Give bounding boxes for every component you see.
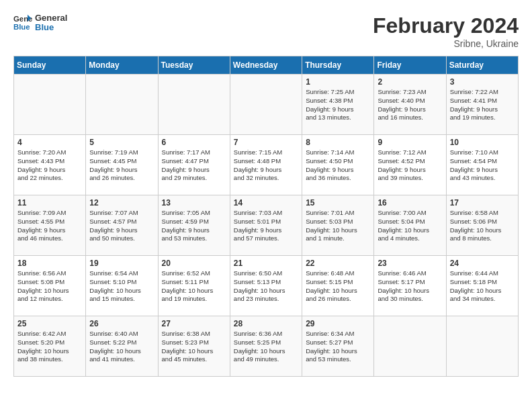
day-info: Sunrise: 6:50 AM Sunset: 5:13 PM Dayligh… [234,269,298,304]
day-info: Sunrise: 6:52 AM Sunset: 5:11 PM Dayligh… [162,269,226,304]
day-number: 17 [450,198,515,208]
page-header: General Blue General Blue February 2024 … [13,13,519,49]
calendar-cell: 3Sunrise: 7:22 AM Sunset: 4:41 PM Daylig… [446,75,518,135]
day-info: Sunrise: 7:10 AM Sunset: 4:54 PM Dayligh… [450,148,515,183]
calendar-cell: 19Sunrise: 6:54 AM Sunset: 5:10 PM Dayli… [86,256,158,316]
logo-line2: Blue [35,23,67,32]
day-info: Sunrise: 6:44 AM Sunset: 5:18 PM Dayligh… [450,269,515,304]
calendar-cell [446,316,518,377]
day-info: Sunrise: 7:07 AM Sunset: 4:57 PM Dayligh… [89,209,154,243]
calendar-cell: 29Sunrise: 6:34 AM Sunset: 5:27 PM Dayli… [302,316,374,377]
day-info: Sunrise: 7:22 AM Sunset: 4:41 PM Dayligh… [450,88,515,122]
day-info: Sunrise: 7:01 AM Sunset: 5:03 PM Dayligh… [306,209,370,243]
day-number: 18 [17,259,82,268]
calendar-cell: 9Sunrise: 7:12 AM Sunset: 4:52 PM Daylig… [374,135,446,195]
calendar-cell: 10Sunrise: 7:10 AM Sunset: 4:54 PM Dayli… [446,135,518,195]
calendar-cell: 22Sunrise: 6:48 AM Sunset: 5:15 PM Dayli… [302,256,374,316]
logo-line1: General [35,13,67,23]
page-title: February 2024 [373,13,519,38]
day-info: Sunrise: 7:15 AM Sunset: 4:48 PM Dayligh… [234,148,298,183]
calendar-cell: 28Sunrise: 6:36 AM Sunset: 5:25 PM Dayli… [230,316,302,377]
day-number: 10 [450,138,515,147]
calendar-cell: 11Sunrise: 7:09 AM Sunset: 4:55 PM Dayli… [14,195,86,256]
day-info: Sunrise: 7:23 AM Sunset: 4:40 PM Dayligh… [378,88,442,122]
day-info: Sunrise: 6:56 AM Sunset: 5:08 PM Dayligh… [17,269,82,304]
day-number: 22 [306,259,370,268]
header-day: Friday [374,56,446,75]
calendar-cell: 25Sunrise: 6:42 AM Sunset: 5:20 PM Dayli… [14,316,86,377]
day-number: 5 [89,138,154,147]
calendar-cell [14,75,86,135]
day-number: 2 [378,77,442,87]
day-number: 27 [162,319,226,328]
calendar-cell: 12Sunrise: 7:07 AM Sunset: 4:57 PM Dayli… [86,195,158,256]
day-number: 21 [234,259,298,268]
day-number: 16 [378,198,442,208]
calendar-cell: 8Sunrise: 7:14 AM Sunset: 4:50 PM Daylig… [302,135,374,195]
day-number: 4 [17,138,82,147]
calendar-cell: 27Sunrise: 6:38 AM Sunset: 5:23 PM Dayli… [158,316,230,377]
calendar-body: 1Sunrise: 7:25 AM Sunset: 4:38 PM Daylig… [14,75,519,377]
calendar-cell: 24Sunrise: 6:44 AM Sunset: 5:18 PM Dayli… [446,256,518,316]
day-info: Sunrise: 6:46 AM Sunset: 5:17 PM Dayligh… [378,269,442,304]
day-number: 8 [306,138,370,147]
calendar-cell: 2Sunrise: 7:23 AM Sunset: 4:40 PM Daylig… [374,75,446,135]
day-info: Sunrise: 6:42 AM Sunset: 5:20 PM Dayligh… [17,330,82,364]
calendar-cell: 17Sunrise: 6:58 AM Sunset: 5:06 PM Dayli… [446,195,518,256]
day-info: Sunrise: 7:19 AM Sunset: 4:45 PM Dayligh… [89,148,154,183]
day-number: 12 [89,198,154,208]
header-day: Sunday [14,56,86,75]
calendar-cell: 6Sunrise: 7:17 AM Sunset: 4:47 PM Daylig… [158,135,230,195]
calendar-week-row: 25Sunrise: 6:42 AM Sunset: 5:20 PM Dayli… [14,316,519,377]
day-number: 1 [306,77,370,87]
header-day: Tuesday [158,56,230,75]
day-number: 28 [234,319,298,328]
calendar-table: SundayMondayTuesdayWednesdayThursdayFrid… [13,56,519,377]
day-number: 14 [234,198,298,208]
day-info: Sunrise: 7:20 AM Sunset: 4:43 PM Dayligh… [17,148,82,183]
day-number: 20 [162,259,226,268]
logo: General Blue General Blue [13,13,67,33]
calendar-cell: 14Sunrise: 7:03 AM Sunset: 5:01 PM Dayli… [230,195,302,256]
header-day: Saturday [446,56,518,75]
day-info: Sunrise: 7:25 AM Sunset: 4:38 PM Dayligh… [306,88,370,122]
day-number: 15 [306,198,370,208]
day-info: Sunrise: 7:17 AM Sunset: 4:47 PM Dayligh… [162,148,226,183]
day-number: 23 [378,259,442,268]
calendar-cell: 5Sunrise: 7:19 AM Sunset: 4:45 PM Daylig… [86,135,158,195]
calendar-week-row: 18Sunrise: 6:56 AM Sunset: 5:08 PM Dayli… [14,256,519,316]
calendar-cell [86,75,158,135]
day-info: Sunrise: 7:05 AM Sunset: 4:59 PM Dayligh… [162,209,226,243]
logo-icon: General Blue [13,13,32,32]
day-info: Sunrise: 6:34 AM Sunset: 5:27 PM Dayligh… [306,330,370,364]
day-info: Sunrise: 6:48 AM Sunset: 5:15 PM Dayligh… [306,269,370,304]
calendar-week-row: 1Sunrise: 7:25 AM Sunset: 4:38 PM Daylig… [14,75,519,135]
calendar-cell: 13Sunrise: 7:05 AM Sunset: 4:59 PM Dayli… [158,195,230,256]
day-info: Sunrise: 6:54 AM Sunset: 5:10 PM Dayligh… [89,269,154,304]
day-number: 29 [306,319,370,328]
day-info: Sunrise: 6:40 AM Sunset: 5:22 PM Dayligh… [89,330,154,364]
calendar-week-row: 11Sunrise: 7:09 AM Sunset: 4:55 PM Dayli… [14,195,519,256]
header-day: Wednesday [230,56,302,75]
header-day: Thursday [302,56,374,75]
calendar-cell: 16Sunrise: 7:00 AM Sunset: 5:04 PM Dayli… [374,195,446,256]
calendar-cell [158,75,230,135]
calendar-cell: 23Sunrise: 6:46 AM Sunset: 5:17 PM Dayli… [374,256,446,316]
calendar-cell [230,75,302,135]
day-info: Sunrise: 7:12 AM Sunset: 4:52 PM Dayligh… [378,148,442,183]
day-number: 19 [89,259,154,268]
day-number: 25 [17,319,82,328]
calendar-cell: 21Sunrise: 6:50 AM Sunset: 5:13 PM Dayli… [230,256,302,316]
day-info: Sunrise: 7:14 AM Sunset: 4:50 PM Dayligh… [306,148,370,183]
calendar-cell: 15Sunrise: 7:01 AM Sunset: 5:03 PM Dayli… [302,195,374,256]
calendar-cell: 20Sunrise: 6:52 AM Sunset: 5:11 PM Dayli… [158,256,230,316]
day-info: Sunrise: 7:03 AM Sunset: 5:01 PM Dayligh… [234,209,298,243]
page-subtitle: Sribne, Ukraine [373,38,519,49]
calendar-cell [374,316,446,377]
calendar-cell: 18Sunrise: 6:56 AM Sunset: 5:08 PM Dayli… [14,256,86,316]
header-day: Monday [86,56,158,75]
calendar-cell: 4Sunrise: 7:20 AM Sunset: 4:43 PM Daylig… [14,135,86,195]
calendar-header: SundayMondayTuesdayWednesdayThursdayFrid… [14,56,519,75]
day-number: 26 [89,319,154,328]
day-info: Sunrise: 6:38 AM Sunset: 5:23 PM Dayligh… [162,330,226,364]
